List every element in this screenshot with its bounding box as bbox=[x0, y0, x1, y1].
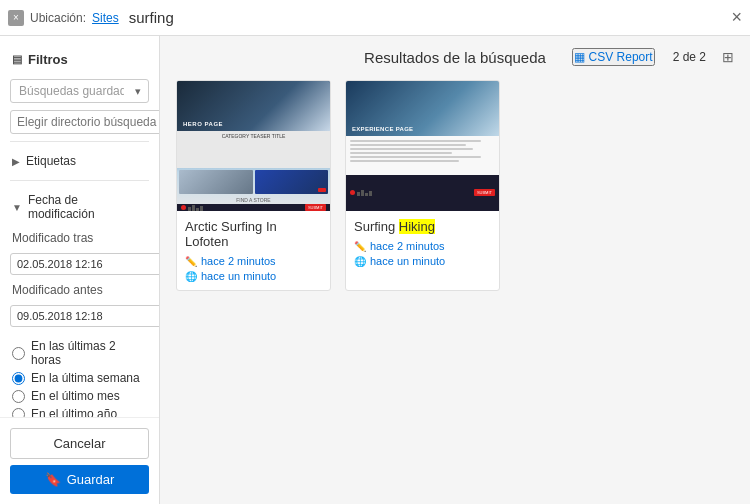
radio-2h[interactable]: En las últimas 2 horas bbox=[12, 339, 147, 367]
result-card-1[interactable]: HERO PAGE CATEGORY TEASER TITLE FIND A S… bbox=[176, 80, 331, 291]
globe-icon2: 🌐 bbox=[354, 256, 366, 267]
location-label: Ubicación: bbox=[30, 11, 86, 25]
pencil-icon2: ✏️ bbox=[354, 241, 366, 252]
directory-row: ✓ bbox=[10, 109, 149, 135]
filter-icon: ▤ bbox=[12, 53, 22, 66]
close-tab-button[interactable]: × bbox=[8, 10, 24, 26]
close-dialog-button[interactable]: × bbox=[731, 7, 742, 28]
date-after-row: 📅 bbox=[10, 253, 149, 275]
search-query-title: surfing bbox=[129, 9, 732, 26]
card-thumbnail-1: HERO PAGE CATEGORY TEASER TITLE FIND A S… bbox=[177, 81, 330, 211]
result-card-2[interactable]: EXPERIENCE PAGE bbox=[345, 80, 500, 291]
sites-link[interactable]: Sites bbox=[92, 11, 119, 25]
filters-header: ▤ Filtros bbox=[0, 46, 159, 73]
globe-icon: 🌐 bbox=[185, 271, 197, 282]
saved-searches-select[interactable]: Búsquedas guardadas bbox=[10, 79, 149, 103]
card-thumbnail-2: EXPERIENCE PAGE bbox=[346, 81, 499, 211]
card-info-2: Surfing Hiking ✏️ hace 2 minutos 🌐 hace … bbox=[346, 211, 499, 275]
radio-month[interactable]: En el último mes bbox=[12, 389, 147, 403]
csv-report-button[interactable]: ▦ CSV Report bbox=[572, 48, 655, 66]
saved-searches-dropdown[interactable]: Búsquedas guardadas bbox=[10, 79, 149, 103]
pencil-icon: ✏️ bbox=[185, 256, 197, 267]
chevron-down-icon: ▼ bbox=[12, 202, 22, 213]
grid-view-toggle[interactable]: ⊞ bbox=[722, 49, 734, 65]
date-before-input[interactable] bbox=[10, 305, 159, 327]
divider bbox=[10, 141, 149, 142]
main-layout: ▤ Filtros Búsquedas guardadas ✓ ▶ Etique… bbox=[0, 36, 750, 504]
cancel-button[interactable]: Cancelar bbox=[10, 428, 149, 459]
results-title: Resultados de la búsqueda bbox=[362, 49, 548, 66]
etiquetas-toggle[interactable]: ▶ Etiquetas bbox=[0, 148, 159, 174]
save-icon: 🔖 bbox=[45, 472, 61, 487]
divider2 bbox=[10, 180, 149, 181]
fecha-toggle[interactable]: ▼ Fecha de modificación bbox=[0, 187, 159, 227]
card-meta-2: ✏️ hace 2 minutos 🌐 hace un minuto bbox=[354, 240, 491, 267]
modified-before-label: Modificado antes bbox=[0, 279, 159, 301]
date-before-row: 📅 bbox=[10, 305, 149, 327]
content-header: Resultados de la búsqueda ▦ CSV Report 2… bbox=[176, 48, 734, 66]
result-count: 2 de 2 bbox=[673, 50, 706, 64]
card-title-1: Arctic Surfing In Lofoten bbox=[185, 219, 322, 249]
time-radio-group: En las últimas 2 horas En la última sema… bbox=[0, 331, 159, 417]
results-grid: HERO PAGE CATEGORY TEASER TITLE FIND A S… bbox=[176, 80, 734, 291]
top-bar: × Ubicación: Sites surfing × bbox=[0, 0, 750, 36]
sidebar: ▤ Filtros Búsquedas guardadas ✓ ▶ Etique… bbox=[0, 36, 160, 504]
card-title-2: Surfing Hiking bbox=[354, 219, 491, 234]
radio-week[interactable]: En la última semana bbox=[12, 371, 147, 385]
card-info-1: Arctic Surfing In Lofoten ✏️ hace 2 minu… bbox=[177, 211, 330, 290]
save-button[interactable]: 🔖 Guardar bbox=[10, 465, 149, 494]
chevron-right-icon: ▶ bbox=[12, 156, 20, 167]
highlighted-text: Hiking bbox=[399, 219, 435, 234]
content-area: Resultados de la búsqueda ▦ CSV Report 2… bbox=[160, 36, 750, 504]
date-after-input[interactable] bbox=[10, 253, 159, 275]
table-icon: ▦ bbox=[574, 50, 585, 64]
modified-after-label: Modificado tras bbox=[0, 227, 159, 249]
sidebar-actions: Cancelar 🔖 Guardar bbox=[0, 417, 159, 504]
directory-input[interactable] bbox=[10, 110, 159, 134]
radio-year[interactable]: En el último año bbox=[12, 407, 147, 417]
card-meta-1: ✏️ hace 2 minutos 🌐 hace un minuto bbox=[185, 255, 322, 282]
